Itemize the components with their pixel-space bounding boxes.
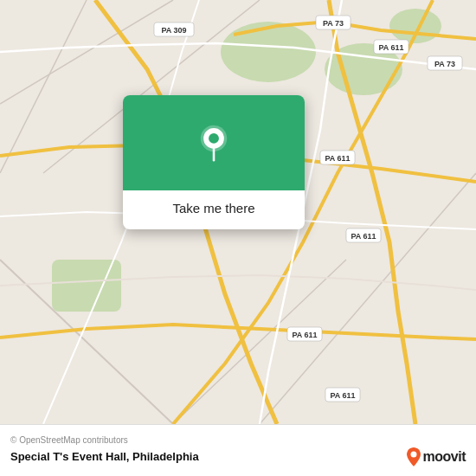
bottom-bar: © OpenStreetMap contributors Special T's… [0,424,476,476]
svg-text:PA 611: PA 611 [292,331,317,339]
svg-point-29 [209,133,219,144]
popup-card: Take me there [123,95,305,229]
moovit-brand-text: moovit [423,449,466,465]
svg-point-1 [221,22,316,82]
svg-text:PA 611: PA 611 [325,154,350,163]
svg-text:PA 611: PA 611 [378,43,403,52]
popup-green-area [123,95,305,190]
svg-text:PA 611: PA 611 [330,391,355,400]
svg-text:PA 73: PA 73 [434,60,455,68]
map-container: PA 309 PA 73 PA 611 PA 73 PA 611 PA 611 … [0,0,476,424]
svg-text:PA 611: PA 611 [351,232,376,241]
svg-text:PA 309: PA 309 [161,26,186,35]
moovit-logo: moovit [406,447,466,466]
location-name: Special T's Event Hall, Philadelphia [10,450,199,463]
svg-text:PA 73: PA 73 [323,19,344,28]
location-pin-icon [195,124,233,162]
moovit-pin-icon [406,447,421,466]
copyright-text: © OpenStreetMap contributors [10,435,466,445]
svg-point-30 [410,451,416,457]
popup-tail [205,192,222,203]
location-title-row: Special T's Event Hall, Philadelphia moo… [10,447,466,466]
